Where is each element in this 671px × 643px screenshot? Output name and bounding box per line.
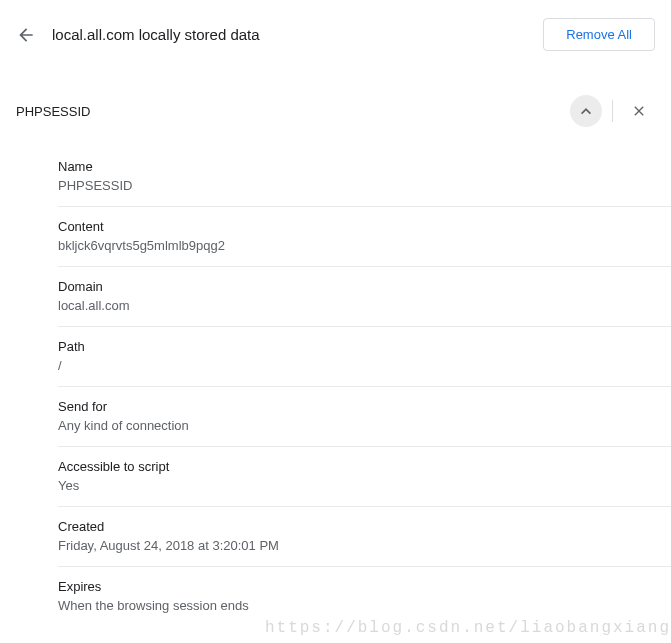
detail-label: Domain — [58, 279, 671, 294]
detail-label: Content — [58, 219, 671, 234]
cookie-details: Name PHPSESSID Content bkljck6vqrvts5g5m… — [0, 137, 671, 626]
detail-value: local.all.com — [58, 298, 671, 313]
detail-row-accessible: Accessible to script Yes — [58, 447, 671, 507]
detail-row-created: Created Friday, August 24, 2018 at 3:20:… — [58, 507, 671, 567]
vertical-divider — [612, 100, 613, 122]
collapse-button[interactable] — [570, 95, 602, 127]
detail-row-content: Content bkljck6vqrvts5g5mlmlb9pqg2 — [58, 207, 671, 267]
detail-label: Name — [58, 159, 671, 174]
cookie-section-header: PHPSESSID — [0, 69, 671, 137]
page-title: local.all.com locally stored data — [52, 26, 543, 43]
detail-row-domain: Domain local.all.com — [58, 267, 671, 327]
detail-value: Yes — [58, 478, 671, 493]
close-button[interactable] — [623, 95, 655, 127]
detail-label: Send for — [58, 399, 671, 414]
detail-value: / — [58, 358, 671, 373]
detail-value: PHPSESSID — [58, 178, 671, 193]
arrow-left-icon — [16, 25, 36, 45]
detail-value: Friday, August 24, 2018 at 3:20:01 PM — [58, 538, 671, 553]
detail-row-expires: Expires When the browsing session ends — [58, 567, 671, 626]
detail-label: Path — [58, 339, 671, 354]
detail-label: Expires — [58, 579, 671, 594]
page-header: local.all.com locally stored data Remove… — [0, 0, 671, 69]
detail-value: bkljck6vqrvts5g5mlmlb9pqg2 — [58, 238, 671, 253]
detail-row-path: Path / — [58, 327, 671, 387]
chevron-up-icon — [576, 101, 596, 121]
back-button[interactable] — [16, 25, 52, 45]
detail-row-name: Name PHPSESSID — [58, 147, 671, 207]
detail-label: Accessible to script — [58, 459, 671, 474]
detail-value: When the browsing session ends — [58, 598, 671, 613]
close-icon — [631, 103, 647, 119]
remove-all-button[interactable]: Remove All — [543, 18, 655, 51]
detail-value: Any kind of connection — [58, 418, 671, 433]
detail-row-sendfor: Send for Any kind of connection — [58, 387, 671, 447]
cookie-name-title: PHPSESSID — [16, 104, 570, 119]
detail-label: Created — [58, 519, 671, 534]
